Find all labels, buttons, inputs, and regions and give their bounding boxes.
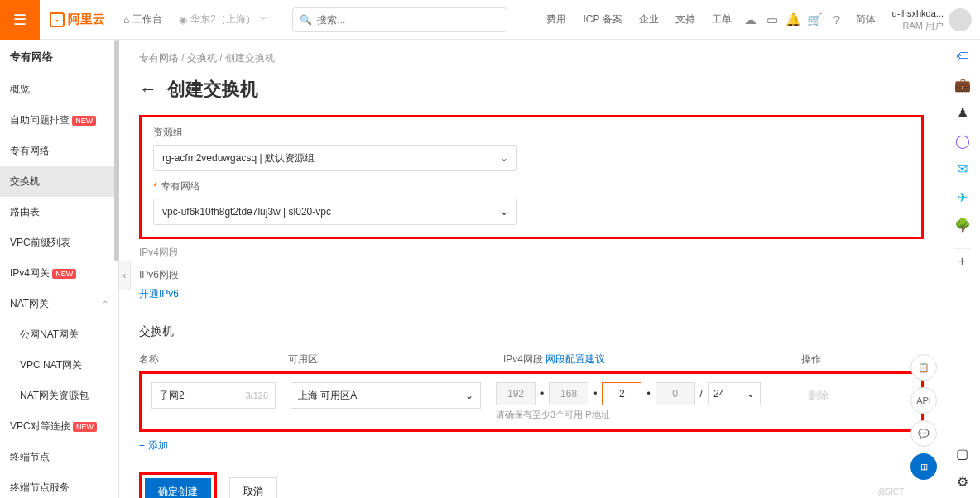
- chevron-down-icon: ⌄: [747, 388, 755, 400]
- lang-selector[interactable]: 简体: [848, 0, 884, 40]
- region-selector[interactable]: ◉ 华东2（上海） ﹀: [171, 0, 277, 40]
- sidebar-item-label: 终端节点服务: [10, 481, 70, 495]
- new-badge: NEW: [73, 422, 97, 432]
- dot: •: [593, 388, 597, 400]
- nav-fee[interactable]: 费用: [538, 0, 574, 40]
- vswitch-name-input[interactable]: 子网2 3/128: [151, 382, 276, 409]
- cart-icon[interactable]: 🛒: [805, 0, 826, 40]
- vpc-select[interactable]: vpc-uf6k10fh8gt2tde7luj3w | sl020-vpc ⌄: [153, 199, 517, 225]
- sidebar-item-route[interactable]: 路由表: [0, 197, 118, 227]
- float-clipboard-icon[interactable]: 📋: [910, 354, 937, 381]
- dock-chess-icon[interactable]: ♟: [954, 104, 971, 121]
- crumb-vswitch[interactable]: 交换机: [187, 52, 217, 64]
- dock-send-icon[interactable]: ✈: [954, 189, 971, 205]
- delete-action[interactable]: 删除: [776, 382, 911, 403]
- bell-icon[interactable]: 🔔: [783, 0, 805, 40]
- chevron-up-icon: ⌃: [102, 299, 108, 309]
- col-op: 操作: [801, 352, 924, 366]
- sidebar-sub-natpkg[interactable]: NAT网关资源包: [0, 381, 118, 411]
- sidebar-item-overview[interactable]: 概览: [0, 74, 118, 105]
- resource-group-label: 资源组: [153, 126, 910, 140]
- user-menu[interactable]: u-ihsxhkda... RAM 用户: [884, 7, 980, 31]
- nav-ticket[interactable]: 工单: [704, 0, 740, 40]
- location-icon: ◉: [179, 14, 187, 26]
- sidebar-item-peering[interactable]: VPC对等连接 NEW: [0, 411, 118, 442]
- sidebar-sub-vpcnat[interactable]: VPC NAT网关: [0, 350, 118, 381]
- vpc-label: 专有网络: [153, 180, 910, 194]
- dock-briefcase-icon[interactable]: 💼: [954, 76, 971, 93]
- cidr-suggestion-link[interactable]: 网段配置建议: [545, 353, 605, 365]
- workbench-link[interactable]: ⌂ 工作台: [115, 0, 171, 40]
- sidebar-item-nat[interactable]: NAT网关⌃: [0, 289, 118, 319]
- cidr-select[interactable]: 24 ⌄: [708, 382, 761, 405]
- ip-octet-3[interactable]: 2: [602, 382, 641, 405]
- dock-plus-icon[interactable]: +: [954, 248, 971, 265]
- cloud-icon[interactable]: ☁: [740, 0, 761, 40]
- dot: •: [646, 388, 650, 400]
- user-text: u-ihsxhkda... RAM 用户: [892, 7, 944, 31]
- dock-tree-icon[interactable]: 🌳: [954, 217, 971, 233]
- sidebar-sub-pubnat[interactable]: 公网NAT网关: [0, 319, 118, 350]
- crumb-vpc[interactable]: 专有网络: [139, 52, 179, 64]
- page-title: 创建交换机: [167, 77, 258, 102]
- zone-select[interactable]: 上海 可用区A ⌄: [291, 382, 481, 409]
- dot: •: [540, 388, 544, 400]
- sidebar-item-prefix[interactable]: VPC前缀列表: [0, 227, 118, 258]
- dock-ring-icon[interactable]: ◯: [954, 132, 971, 149]
- search-field[interactable]: [317, 14, 500, 26]
- float-grid-icon[interactable]: ⊞: [910, 453, 937, 480]
- new-badge: NEW: [52, 269, 76, 279]
- user-role: RAM 用户: [892, 20, 944, 31]
- name-value: 子网2: [159, 389, 185, 403]
- breadcrumb: 专有网络 / 交换机 / 创建交换机: [119, 40, 944, 77]
- ipv4-cidr-label: IPv4网段: [139, 246, 924, 260]
- highlight-box-confirm: 确定创建: [139, 472, 217, 498]
- sidebar-item-label: NAT网关: [10, 297, 49, 311]
- sidebar-collapse[interactable]: ‹: [119, 261, 131, 290]
- col-zone: 可用区: [288, 352, 503, 366]
- brand-text: 阿里云: [68, 12, 105, 27]
- sidebar-item-ipv4gw[interactable]: IPv4网关 NEW: [0, 258, 118, 289]
- back-arrow-icon[interactable]: ←: [139, 79, 157, 100]
- float-api-button[interactable]: API: [910, 387, 937, 414]
- ip-group: 192 • 168 • 2 • 0 / 24 ⌄ 请确保有至少3个可用IP地址: [496, 382, 761, 421]
- nav-icp[interactable]: ICP 备案: [574, 0, 630, 40]
- float-chat-icon[interactable]: 💬: [910, 420, 937, 447]
- sidebar-item-vpc[interactable]: 专有网络: [0, 136, 118, 166]
- help-icon[interactable]: ?: [826, 0, 848, 40]
- sidebar-item-endpoint[interactable]: 终端节点: [0, 442, 118, 472]
- chevron-down-icon: ⌄: [465, 390, 473, 401]
- cancel-button[interactable]: 取消: [229, 477, 277, 498]
- zone-value: 上海 可用区A: [298, 389, 357, 403]
- nav-support[interactable]: 支持: [667, 0, 704, 40]
- sidebar-item-label: VPC对等连接: [10, 420, 70, 432]
- add-vswitch-link[interactable]: + 添加: [119, 432, 944, 459]
- menu-button[interactable]: ☰: [0, 0, 40, 40]
- enable-ipv6-link[interactable]: 开通IPv6: [139, 287, 924, 301]
- home-icon: ⌂: [123, 14, 129, 26]
- dock-gear-icon[interactable]: ⚙: [954, 473, 971, 490]
- new-badge: NEW: [72, 116, 96, 126]
- search-input[interactable]: 🔍: [292, 7, 507, 32]
- highlight-box-row: 子网2 3/128 上海 可用区A ⌄ 192 • 168 • 2 • 0 /: [139, 371, 924, 432]
- sidebar-item-vswitch[interactable]: 交换机: [0, 166, 118, 197]
- ip-octet-2: 168: [549, 382, 588, 405]
- scrollbar[interactable]: [114, 40, 119, 261]
- confirm-button[interactable]: 确定创建: [145, 478, 211, 498]
- dock-mail-icon[interactable]: ✉: [954, 160, 971, 177]
- resource-group-select[interactable]: rg-acfm2veduwgacsq | 默认资源组 ⌄: [153, 145, 517, 171]
- dock-panel-icon[interactable]: ▢: [954, 445, 971, 462]
- slash: /: [700, 388, 703, 400]
- logo[interactable]: - 阿里云: [40, 12, 115, 27]
- sidebar-item-label: IPv4网关: [10, 267, 50, 279]
- button-section: 确定创建 取消: [139, 472, 924, 498]
- add-label: 添加: [148, 438, 168, 453]
- console-icon[interactable]: ▭: [761, 0, 783, 40]
- col-ipv4-label: IPv4网段: [503, 353, 543, 365]
- crumb-current: 创建交换机: [225, 52, 275, 64]
- chevron-down-icon: ⌄: [500, 152, 508, 164]
- nav-enterprise[interactable]: 企业: [631, 0, 667, 40]
- sidebar-item-endpointsvc[interactable]: 终端节点服务: [0, 472, 118, 498]
- sidebar-item-diagnose[interactable]: 自助问题排查 NEW: [0, 105, 118, 136]
- dock-tag-icon[interactable]: 🏷: [954, 48, 971, 65]
